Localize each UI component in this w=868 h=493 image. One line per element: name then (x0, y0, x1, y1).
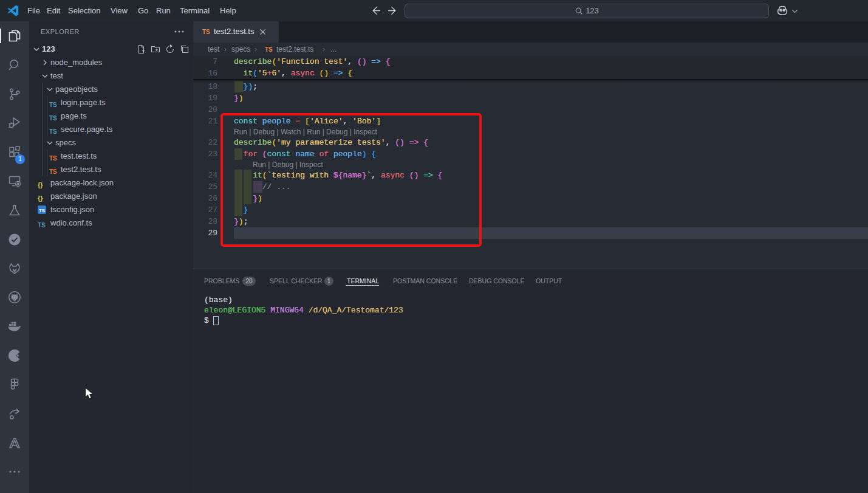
svg-text:TS: TS (39, 208, 46, 213)
